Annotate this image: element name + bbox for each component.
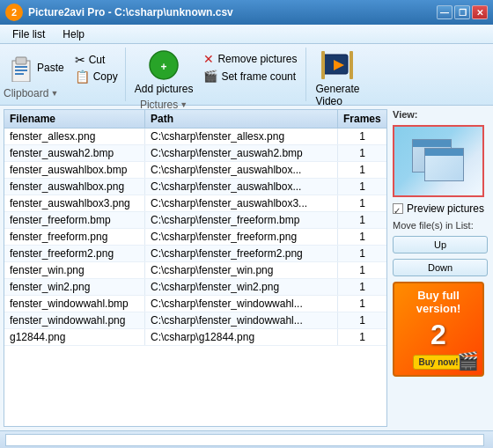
preview-checkbox-row[interactable]: Preview pictures [393, 202, 488, 215]
preview-window-front [424, 148, 464, 181]
table-header: Filename Path Frames [4, 110, 386, 129]
header-path: Path [145, 110, 338, 128]
remove-icon: ✕ [203, 52, 214, 66]
add-pictures-label: Add pictures [135, 83, 194, 95]
clipboard-section: Paste ✂ Cut 📋 Copy Clipboard ▼ [0, 48, 126, 101]
copy-button[interactable]: 📋 Copy [71, 69, 121, 84]
generate-video-button[interactable]: Generate Video [312, 48, 363, 109]
window-title: Picture2avi Pro - C:\csharp\unknown.csv [28, 6, 233, 18]
cell-path: C:\csharp\fenster_windowwahl... [145, 312, 338, 328]
convert-section: Generate Video Convert ▼ [306, 48, 368, 101]
cell-path: C:\csharp\fenster_auswahlbox... [145, 179, 338, 195]
pictures-expand-icon[interactable]: ▼ [180, 100, 188, 109]
cell-filename: fenster_win2.png [4, 279, 145, 295]
view-label: View: [393, 109, 488, 120]
cut-icon: ✂ [75, 53, 85, 67]
cut-button[interactable]: ✂ Cut [71, 52, 121, 68]
cell-path: C:\csharp\fenster_win2.png [145, 279, 338, 295]
table-row[interactable]: fenster_windowwahl.png C:\csharp\fenster… [4, 312, 386, 329]
cell-frames: 1 [338, 229, 386, 245]
cell-filename: fenster_auswahlbox.bmp [4, 162, 145, 178]
table-row[interactable]: fenster_freeform.png C:\csharp\fenster_f… [4, 229, 386, 246]
svg-rect-3 [15, 70, 27, 71]
paste-label: Paste [37, 62, 64, 74]
cell-filename: fenster_auswahlbox3.png [4, 195, 145, 211]
cell-filename: fenster_auswah2.bmp [4, 145, 145, 161]
table-row[interactable]: fenster_freeform2.png C:\csharp\fenster_… [4, 246, 386, 262]
pictures-section: + Add pictures Pictures ▼ ✕ Remove pictu… [126, 48, 307, 101]
file-list-area: Filename Path Frames fenster_allesx.png … [4, 109, 387, 427]
cell-filename: fenster_freeform2.png [4, 246, 145, 261]
copy-icon: 📋 [75, 70, 90, 84]
cell-filename: fenster_freeform.bmp [4, 212, 145, 228]
clipboard-expand-icon[interactable]: ▼ [50, 89, 58, 98]
table-body[interactable]: fenster_allesx.png C:\csharp\fenster_all… [4, 129, 386, 426]
cell-frames: 1 [338, 179, 386, 195]
ad-icon: 2 [400, 319, 477, 351]
header-frames: Frames [338, 110, 386, 128]
cell-path: C:\csharp\fenster_freeform2.png [145, 246, 338, 261]
add-pictures-button[interactable]: + Add pictures [131, 48, 197, 97]
cell-frames: 1 [338, 279, 386, 295]
cell-filename: fenster_allesx.png [4, 129, 145, 144]
table-row[interactable]: fenster_auswahlbox.png C:\csharp\fenster… [4, 179, 386, 195]
close-button[interactable]: ✕ [472, 5, 488, 19]
table-row[interactable]: fenster_allesx.png C:\csharp\fenster_all… [4, 129, 386, 145]
down-button[interactable]: Down [393, 259, 488, 276]
table-row[interactable]: fenster_auswahlbox3.png C:\csharp\fenste… [4, 195, 386, 212]
table-row[interactable]: g12844.png C:\csharp\g12844.png 1 [4, 329, 386, 346]
cell-filename: fenster_freeform.png [4, 229, 145, 245]
cell-frames: 1 [338, 246, 386, 261]
menubar: File list Help [0, 25, 493, 44]
cell-path: C:\csharp\fenster_allesx.png [145, 129, 338, 144]
set-frame-count-button[interactable]: 🎬 Set frame count [200, 69, 300, 84]
cell-path: C:\csharp\g12844.png [145, 329, 338, 345]
menu-filelist[interactable]: File list [4, 26, 54, 42]
titlebar: 2 Picture2avi Pro - C:\csharp\unknown.cs… [0, 0, 493, 25]
cell-frames: 1 [338, 162, 386, 178]
menu-help[interactable]: Help [54, 26, 93, 42]
table-row[interactable]: fenster_auswahlbox.bmp C:\csharp\fenster… [4, 162, 386, 179]
clipboard-label: Clipboard ▼ [4, 87, 121, 99]
cell-path: C:\csharp\fenster_auswah2.bmp [145, 145, 338, 161]
svg-rect-1 [16, 57, 26, 64]
cell-filename: fenster_windowwahl.bmp [4, 296, 145, 312]
minimize-button[interactable]: — [437, 5, 453, 19]
remove-pictures-button[interactable]: ✕ Remove pictures [200, 51, 300, 67]
preview-box [393, 125, 484, 197]
cell-frames: 1 [338, 195, 386, 211]
svg-rect-9 [321, 51, 325, 79]
cell-path: C:\csharp\fenster_freeform.bmp [145, 212, 338, 228]
setframe-icon: 🎬 [203, 70, 217, 83]
cell-filename: fenster_win.png [4, 262, 145, 278]
table-row[interactable]: fenster_freeform.bmp C:\csharp\fenster_f… [4, 212, 386, 229]
preview-checkbox[interactable] [393, 203, 403, 214]
up-button[interactable]: Up [393, 236, 488, 253]
cell-frames: 1 [338, 212, 386, 228]
table-row[interactable]: fenster_windowwahl.bmp C:\csharp\fenster… [4, 296, 386, 312]
status-field [5, 434, 484, 446]
cell-path: C:\csharp\fenster_windowwahl... [145, 296, 338, 312]
cell-filename: fenster_auswahlbox.png [4, 179, 145, 195]
table-row[interactable]: fenster_win2.png C:\csharp\fenster_win2.… [4, 279, 386, 296]
main-content: Filename Path Frames fenster_allesx.png … [0, 106, 493, 430]
svg-text:+: + [161, 61, 167, 73]
cell-path: C:\csharp\fenster_auswahlbox3... [145, 195, 338, 211]
svg-rect-10 [350, 51, 353, 79]
restore-button[interactable]: ❐ [454, 5, 470, 19]
cell-filename: g12844.png [4, 329, 145, 345]
toolbar: Paste ✂ Cut 📋 Copy Clipboard ▼ [0, 44, 493, 106]
header-filename: Filename [4, 110, 145, 128]
cell-frames: 1 [338, 296, 386, 312]
preview-windows [412, 139, 465, 183]
table-row[interactable]: fenster_auswah2.bmp C:\csharp\fenster_au… [4, 145, 386, 162]
cell-frames: 1 [338, 145, 386, 161]
cell-path: C:\csharp\fenster_freeform.png [145, 229, 338, 245]
cell-path: C:\csharp\fenster_win.png [145, 262, 338, 278]
paste-button[interactable]: Paste [4, 50, 68, 85]
svg-rect-4 [15, 73, 24, 75]
preview-pictures-label: Preview pictures [407, 202, 484, 215]
cell-frames: 1 [338, 312, 386, 328]
ad-banner: Buy full version! 2 Buy now! 🎬 [393, 282, 484, 377]
table-row[interactable]: fenster_win.png C:\csharp\fenster_win.pn… [4, 262, 386, 279]
